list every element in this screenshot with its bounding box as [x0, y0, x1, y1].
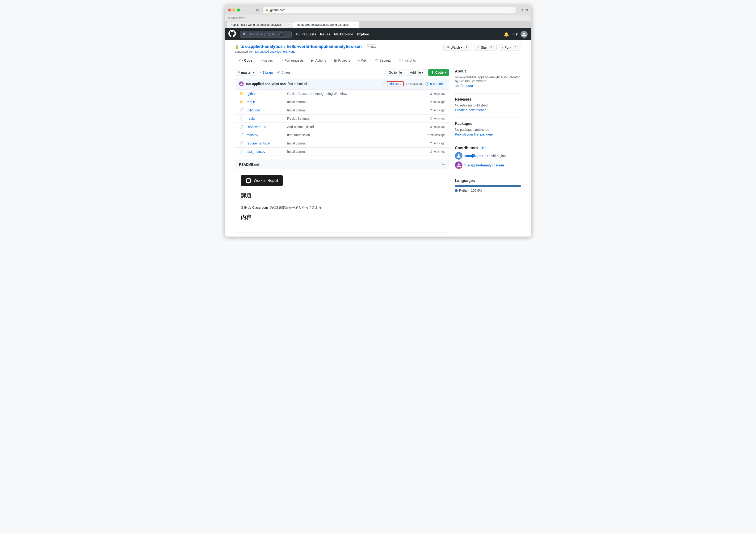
tag-count: 0: [282, 70, 284, 74]
back-button[interactable]: ‹: [244, 8, 247, 13]
reload-button[interactable]: ↻: [510, 8, 513, 12]
fork-button[interactable]: ⑂ Fork 0: [499, 44, 521, 51]
tab-1-close[interactable]: ×: [288, 23, 289, 27]
star-button[interactable]: ☆ Star 0: [474, 44, 497, 51]
tab-2-close[interactable]: ×: [354, 23, 356, 27]
readme-edit-button[interactable]: ✏: [442, 162, 445, 167]
tab-1-title: Repl.it - hello-world-tus-applied-analyt…: [230, 23, 286, 26]
file-time-1: 2 hours ago: [430, 100, 445, 104]
notifications-button[interactable]: 🔔: [504, 32, 509, 37]
nav-issues[interactable]: Issues: [320, 32, 330, 36]
generated-from-link[interactable]: tus-applied-analytics/hello-world: [255, 50, 295, 53]
breadcrumb-text[interactable]: 東京理科大学 ▾: [228, 16, 246, 20]
language-bar: [455, 185, 521, 187]
file-time-4: 2 hours ago: [430, 125, 445, 128]
folder-icon: 📁: [239, 92, 244, 96]
commit-history-link[interactable]: 🕐 6 commits: [425, 82, 445, 86]
tab-wiki[interactable]: ≡ Wiki: [354, 56, 371, 65]
search-box[interactable]: 🔍 Search or jump to... /: [240, 31, 292, 38]
github-nav: Pull requests Issues Marketplace Explore: [295, 32, 369, 36]
contributor-1-name[interactable]: kanojikajino: [464, 154, 483, 158]
new-tab-button[interactable]: +: [359, 21, 365, 28]
eye-icon: 👁: [446, 45, 450, 49]
commit-hash[interactable]: 6bfb59e: [387, 81, 404, 86]
browser-tab-1[interactable]: Repl.it - hello-world-tus-applied-analyt…: [227, 21, 293, 28]
branch-info: ⑂ 1 branch 🏷 0 tags: [260, 70, 291, 74]
file-commit-msg-2: Initial commit: [287, 108, 427, 112]
file-name-github[interactable]: .github: [247, 92, 284, 96]
create-release-link[interactable]: Create a new release: [455, 108, 486, 112]
repo-owner-link[interactable]: tus-applied-analytics: [240, 44, 283, 49]
watch-count: 1: [464, 45, 469, 49]
repo-files-area: ⑂ master ▾ ⑂ 1 branch 🏷 0: [235, 69, 449, 233]
commit-message: tus-applied-analytics-san first submissi…: [246, 82, 380, 86]
tab-code[interactable]: <> Code: [235, 56, 256, 65]
file-commit-msg-5: first submission: [287, 133, 425, 137]
file-icon: 📄: [239, 125, 244, 129]
sidebar-packages: Packages No packages published Publish y…: [455, 122, 521, 136]
tab-insights[interactable]: 📊 Insights: [395, 56, 419, 65]
repo-name-link[interactable]: hello-world-tus-applied-analytics-san: [287, 44, 362, 49]
forward-button[interactable]: ›: [248, 8, 252, 13]
tab-actions[interactable]: ▶ Actions: [308, 56, 330, 65]
sidebar-about: About hello-world-tus-applied-analytics-…: [455, 69, 521, 88]
github-logo[interactable]: [229, 30, 236, 39]
file-name-replit-config[interactable]: .replit: [247, 117, 284, 120]
file-icon: 📄: [239, 133, 244, 137]
tab-projects[interactable]: ▦ Projects: [330, 56, 354, 65]
nav-pull-requests[interactable]: Pull requests: [295, 32, 316, 36]
code-dropdown-icon: ▾: [445, 71, 446, 74]
new-window-button[interactable]: ⧉: [526, 8, 528, 12]
file-time-3: 2 hours ago: [430, 117, 445, 120]
file-commit-msg-6: Initial commit: [287, 141, 427, 145]
publish-package-link[interactable]: Publish your first package: [455, 132, 493, 136]
branch-selector[interactable]: ⑂ master ▾: [235, 69, 257, 76]
latest-commit-bar: tus-applied-analytics-san first submissi…: [235, 79, 449, 89]
file-name-readme[interactable]: README.md: [247, 125, 284, 129]
file-name-main-py[interactable]: main.py: [247, 133, 284, 137]
maximize-button[interactable]: [237, 9, 240, 12]
repo-header: 🔒 tus-applied-analytics / hello-world-tu…: [235, 44, 521, 53]
go-to-file-button[interactable]: Go to file: [386, 69, 405, 76]
add-file-button[interactable]: Add file ▾: [407, 69, 426, 76]
table-row: 📄 requirements.txt Initial commit 2 hour…: [235, 139, 449, 148]
history-icon: 🕐: [425, 82, 429, 86]
new-item-button[interactable]: + ▾: [512, 32, 518, 37]
fork-label: Fork: [504, 45, 511, 49]
browser-tab-2[interactable]: tus-applied-analytics/hello-world-tus-ap…: [293, 21, 359, 28]
tab-issues[interactable]: ○ Issues: [256, 56, 277, 65]
readme-p1: GitHub Classroom での課題提出を一通りやってみよう: [241, 205, 443, 210]
tab-issues-label: Issues: [263, 59, 273, 62]
reader-mode-button[interactable]: ⊡: [255, 8, 260, 13]
commit-author[interactable]: tus-applied-analytics-san: [246, 82, 286, 86]
table-row: 📄 test_main.py Initial commit 2 hours ag…: [235, 148, 449, 155]
language-percent: 100.0%: [471, 189, 482, 192]
share-button[interactable]: ⬆: [521, 8, 524, 12]
close-button[interactable]: [228, 9, 231, 12]
readme-link-label: Readme: [460, 84, 473, 88]
repo-container: 🔒 tus-applied-analytics / hello-world-tu…: [230, 41, 526, 237]
minimize-button[interactable]: [232, 9, 235, 12]
tab-security[interactable]: 🛡 Security: [371, 56, 395, 65]
file-name-requirements[interactable]: requirements.txt: [247, 141, 284, 145]
file-name-replit[interactable]: repl-it: [247, 100, 284, 104]
watch-button[interactable]: 👁 Watch ▾ 1: [443, 44, 472, 51]
github-content: 🔍 Search or jump to... / Pull requests I…: [225, 28, 531, 237]
nav-explore[interactable]: Explore: [357, 32, 369, 36]
contributor-2-name[interactable]: tus-applied-analytics-san: [464, 163, 504, 167]
file-time-6: 2 hours ago: [430, 142, 445, 145]
no-releases-text: No releases published: [455, 103, 521, 107]
file-name-test-main[interactable]: test_main.py: [247, 150, 284, 154]
user-avatar[interactable]: [521, 31, 527, 38]
svg-text:⟳: ⟳: [248, 180, 249, 182]
branch-count-link[interactable]: ⑂ 1 branch: [260, 70, 276, 74]
work-in-replit-button[interactable]: ⟳ Work in Repl.it: [241, 175, 283, 186]
readme-link[interactable]: 📖 Readme: [455, 84, 521, 88]
file-name-gitignore[interactable]: .gitignore: [247, 108, 284, 112]
code-button[interactable]: ⬇ Code ▾: [428, 69, 449, 76]
star-icon: ☆: [477, 45, 480, 49]
address-bar[interactable]: 🔒 github.com ↻: [262, 7, 516, 13]
nav-marketplace[interactable]: Marketplace: [334, 32, 353, 36]
repo-title-area: 🔒 tus-applied-analytics / hello-world-tu…: [235, 44, 378, 53]
tab-pull-requests[interactable]: ⇄ Pull requests: [277, 56, 308, 65]
